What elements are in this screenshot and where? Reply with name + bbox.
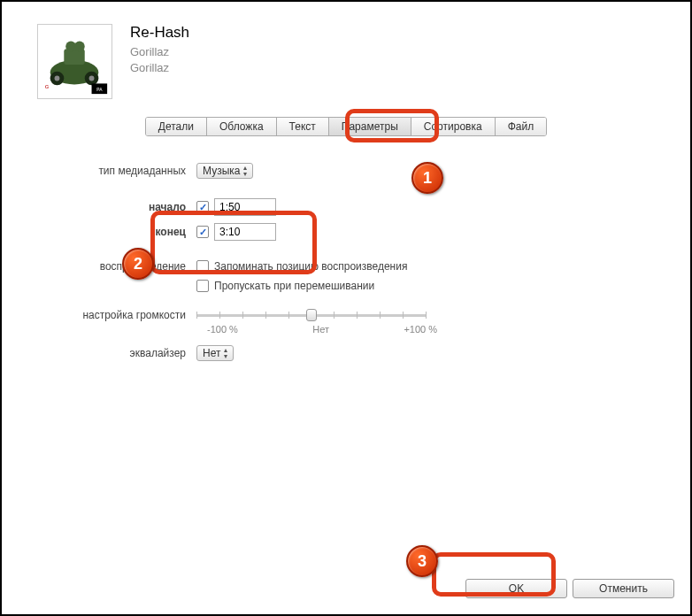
tab-details[interactable]: Детали [146,118,207,135]
start-label: начало [46,201,196,213]
start-checkbox[interactable] [196,201,209,213]
volume-max: +100 % [404,324,437,335]
track-title: Re-Hash [130,24,189,42]
media-type-select[interactable]: Музыка ▴▾ [196,163,253,179]
annotation-badge-3: 3 [406,545,438,577]
ok-button[interactable]: OK [465,579,567,598]
tabs-container: Детали Обложка Текст Параметры Сортировк… [2,117,690,136]
svg-point-5 [89,76,95,81]
end-input[interactable] [214,223,276,241]
tab-sorting[interactable]: Сортировка [411,118,496,135]
volume-min: -100 % [207,324,238,335]
end-label: конец [46,226,196,238]
annotation-badge-2: 2 [122,248,154,280]
properties-window: PA G Re-Hash Gorillaz Gorillaz Детали Об… [0,0,692,616]
tabs: Детали Обложка Текст Параметры Сортировк… [145,117,547,136]
tab-artwork[interactable]: Обложка [207,118,277,135]
cancel-button[interactable]: Отменить [573,579,674,598]
remember-position-label: Запоминать позицию воспроизведения [214,260,407,273]
track-artist: Gorillaz [130,44,189,60]
skip-shuffle-label: Пропускать при перемешивании [214,280,374,292]
track-album: Gorillaz [130,60,189,76]
media-type-value: Музыка [203,165,240,177]
media-type-label: тип медиаданных [46,165,196,177]
tab-file[interactable]: Файл [496,118,547,135]
svg-point-4 [55,76,60,81]
annotation-badge-1: 1 [411,162,443,194]
track-info: Re-Hash Gorillaz Gorillaz [130,24,189,76]
equalizer-value: Нет [203,347,220,359]
svg-text:PA: PA [96,88,103,92]
volume-slider[interactable] [196,308,427,322]
remember-position-checkbox[interactable] [196,260,209,273]
volume-label: настройка громкости [46,309,196,321]
album-artwork: PA G [37,24,112,99]
equalizer-select[interactable]: Нет ▴▾ [196,345,234,361]
updown-icon: ▴▾ [224,347,227,359]
playback-label: воспроизведение [46,260,196,273]
svg-point-8 [74,42,85,52]
slider-thumb[interactable] [306,309,317,321]
options-form: тип медиаданных Музыка ▴▾ начало конец в… [2,136,690,386]
skip-shuffle-checkbox[interactable] [196,280,209,292]
tab-lyrics[interactable]: Текст [277,118,329,135]
start-input[interactable] [214,198,276,216]
svg-rect-6 [64,49,84,65]
header: PA G Re-Hash Gorillaz Gorillaz [2,2,690,108]
equalizer-label: эквалайзер [46,347,196,359]
dialog-buttons: OK Отменить [465,579,674,598]
svg-text:G: G [45,84,50,89]
tab-options[interactable]: Параметры [329,118,411,135]
end-checkbox[interactable] [196,226,209,238]
volume-mid: Нет [312,324,329,335]
updown-icon: ▴▾ [243,165,247,177]
volume-scale: -100 % Нет +100 % [207,324,437,335]
